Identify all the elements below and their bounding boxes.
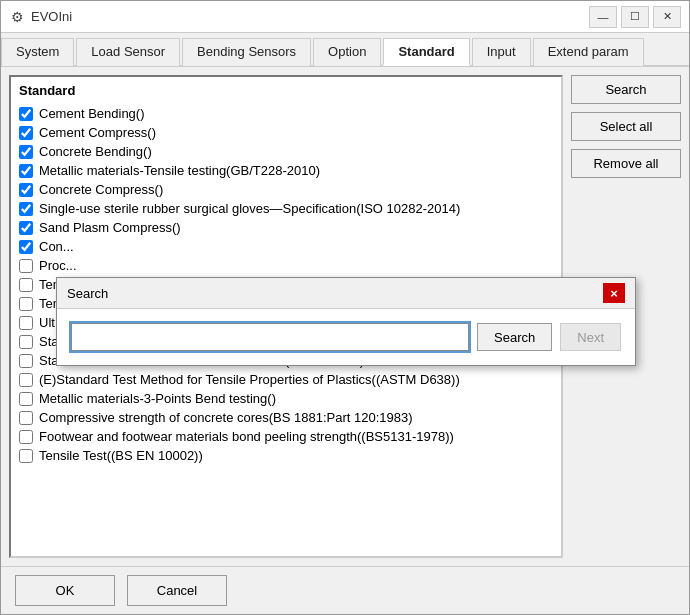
list-item-label[interactable]: Tensile Test((BS EN 10002)): [39, 448, 203, 463]
list-item-checkbox[interactable]: [19, 240, 33, 254]
minimize-button[interactable]: —: [589, 6, 617, 28]
list-item-checkbox[interactable]: [19, 278, 33, 292]
list-item: Cement Compress(): [13, 123, 559, 142]
close-button[interactable]: ✕: [653, 6, 681, 28]
list-item: Compressive strength of concrete cores(B…: [13, 408, 559, 427]
dialog-next-button[interactable]: Next: [560, 323, 621, 351]
list-item: Metallic materials-3-Points Bend testing…: [13, 389, 559, 408]
list-item-label[interactable]: Compressive strength of concrete cores(B…: [39, 410, 413, 425]
list-item-label[interactable]: Single-use sterile rubber surgical glove…: [39, 201, 460, 216]
maximize-button[interactable]: ☐: [621, 6, 649, 28]
list-item: Single-use sterile rubber surgical glove…: [13, 199, 559, 218]
app-icon: ⚙: [9, 9, 25, 25]
menu-tab-load-sensor[interactable]: Load Sensor: [76, 38, 180, 66]
list-item-checkbox[interactable]: [19, 126, 33, 140]
bottom-bar: OK Cancel: [1, 566, 689, 614]
list-item-checkbox[interactable]: [19, 316, 33, 330]
list-item: Footwear and footwear materials bond pee…: [13, 427, 559, 446]
list-item-checkbox[interactable]: [19, 354, 33, 368]
app-title: EVOIni: [31, 9, 589, 24]
list-item: Con...: [13, 237, 559, 256]
list-item-label[interactable]: Footwear and footwear materials bond pee…: [39, 429, 454, 444]
main-window: ⚙ EVOIni — ☐ ✕ SystemLoad SensorBending …: [0, 0, 690, 615]
ok-button[interactable]: OK: [15, 575, 115, 606]
cancel-button[interactable]: Cancel: [127, 575, 227, 606]
search-dialog: Search × Search Next: [56, 277, 636, 366]
list-item-label[interactable]: Concrete Compress(): [39, 182, 163, 197]
menu-tab-standard[interactable]: Standard: [383, 38, 469, 66]
list-item: Concrete Bending(): [13, 142, 559, 161]
menu-tab-extend-param[interactable]: Extend param: [533, 38, 644, 66]
list-item-checkbox[interactable]: [19, 430, 33, 444]
list-item-checkbox[interactable]: [19, 297, 33, 311]
list-item-checkbox[interactable]: [19, 145, 33, 159]
list-item-checkbox[interactable]: [19, 449, 33, 463]
dialog-title: Search: [67, 286, 108, 301]
dialog-search-button[interactable]: Search: [477, 323, 552, 351]
list-item: (E)Standard Test Method for Tensile Prop…: [13, 370, 559, 389]
menu-bar: SystemLoad SensorBending SensorsOptionSt…: [1, 33, 689, 67]
list-item-checkbox[interactable]: [19, 335, 33, 349]
title-bar: ⚙ EVOIni — ☐ ✕: [1, 1, 689, 33]
window-controls: — ☐ ✕: [589, 6, 681, 28]
list-item: Cement Bending(): [13, 104, 559, 123]
menu-tab-bending-sensors[interactable]: Bending Sensors: [182, 38, 311, 66]
list-item-label[interactable]: (E)Standard Test Method for Tensile Prop…: [39, 372, 460, 387]
list-item: Metallic materials-Tensile testing(GB/T2…: [13, 161, 559, 180]
select-all-button[interactable]: Select all: [571, 112, 681, 141]
list-item: Proc...: [13, 256, 559, 275]
dialog-close-button[interactable]: ×: [603, 283, 625, 303]
list-item-checkbox[interactable]: [19, 392, 33, 406]
list-item-checkbox[interactable]: [19, 164, 33, 178]
menu-tab-option[interactable]: Option: [313, 38, 381, 66]
dialog-body: Search Next: [57, 309, 635, 365]
list-header: Standard: [13, 81, 559, 104]
list-item-label[interactable]: Cement Compress(): [39, 125, 156, 140]
list-item-label[interactable]: Metallic materials-Tensile testing(GB/T2…: [39, 163, 320, 178]
list-item-checkbox[interactable]: [19, 373, 33, 387]
main-content: Standard Cement Bending()Cement Compress…: [1, 67, 689, 566]
list-item-checkbox[interactable]: [19, 107, 33, 121]
list-item-label[interactable]: Metallic materials-3-Points Bend testing…: [39, 391, 276, 406]
list-item-label[interactable]: Sand Plasm Compress(): [39, 220, 181, 235]
list-item: Concrete Compress(): [13, 180, 559, 199]
list-item-checkbox[interactable]: [19, 411, 33, 425]
list-item: Tensile Test((BS EN 10002)): [13, 446, 559, 465]
list-item-checkbox[interactable]: [19, 202, 33, 216]
list-item-checkbox[interactable]: [19, 221, 33, 235]
search-button[interactable]: Search: [571, 75, 681, 104]
list-item-label[interactable]: Concrete Bending(): [39, 144, 152, 159]
menu-tab-input[interactable]: Input: [472, 38, 531, 66]
list-item-label[interactable]: Con...: [39, 239, 74, 254]
remove-all-button[interactable]: Remove all: [571, 149, 681, 178]
menu-tab-system[interactable]: System: [1, 38, 74, 66]
list-item-checkbox[interactable]: [19, 183, 33, 197]
list-item: Sand Plasm Compress(): [13, 218, 559, 237]
dialog-title-bar: Search ×: [57, 278, 635, 309]
list-item-label[interactable]: Cement Bending(): [39, 106, 145, 121]
list-item-checkbox[interactable]: [19, 259, 33, 273]
search-input[interactable]: [71, 323, 469, 351]
list-item-label[interactable]: Proc...: [39, 258, 77, 273]
